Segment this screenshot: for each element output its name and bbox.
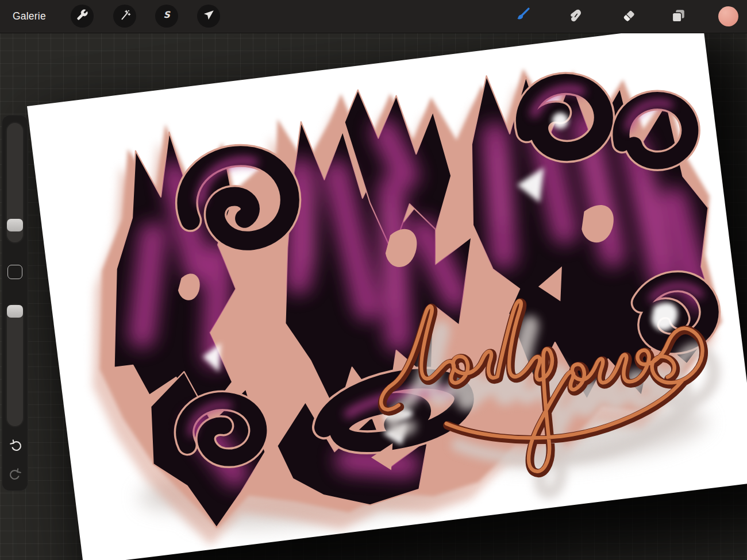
smudge-finger-icon (568, 7, 584, 26)
brush-size-slider[interactable] (6, 122, 24, 243)
color-swatch-button[interactable] (718, 6, 738, 26)
paintbrush-icon (513, 7, 530, 26)
paint-tool-button[interactable] (511, 6, 533, 28)
selection-button[interactable]: S (155, 5, 178, 28)
smudge-tool-button[interactable] (565, 6, 587, 28)
wrench-icon (76, 9, 88, 24)
top-toolbar: Galerie S (0, 0, 747, 33)
actions-button[interactable] (71, 5, 94, 28)
drawing-canvas[interactable] (27, 24, 747, 560)
brush-sidebar (2, 115, 28, 491)
gallery-label: Galerie (13, 10, 46, 22)
opacity-slider[interactable] (6, 304, 24, 427)
undo-button[interactable] (7, 438, 24, 455)
layers-icon (670, 7, 687, 26)
svg-text:S: S (163, 10, 171, 20)
redo-button[interactable] (7, 467, 24, 484)
undo-icon (8, 438, 23, 455)
transform-arrow-icon (202, 9, 215, 24)
modify-button[interactable] (7, 265, 22, 279)
graffiti-artwork (27, 24, 747, 560)
brush-size-handle[interactable] (7, 219, 23, 231)
transform-button[interactable] (197, 5, 220, 28)
opacity-handle[interactable] (7, 305, 23, 318)
adjustments-button[interactable] (113, 5, 136, 28)
layers-button[interactable] (667, 6, 689, 28)
selection-s-icon: S (160, 9, 173, 24)
erase-tool-button[interactable] (618, 6, 640, 28)
magic-wand-icon (118, 9, 131, 24)
eraser-icon (621, 7, 637, 26)
gallery-button[interactable]: Galerie (13, 0, 46, 33)
redo-icon (8, 467, 23, 484)
